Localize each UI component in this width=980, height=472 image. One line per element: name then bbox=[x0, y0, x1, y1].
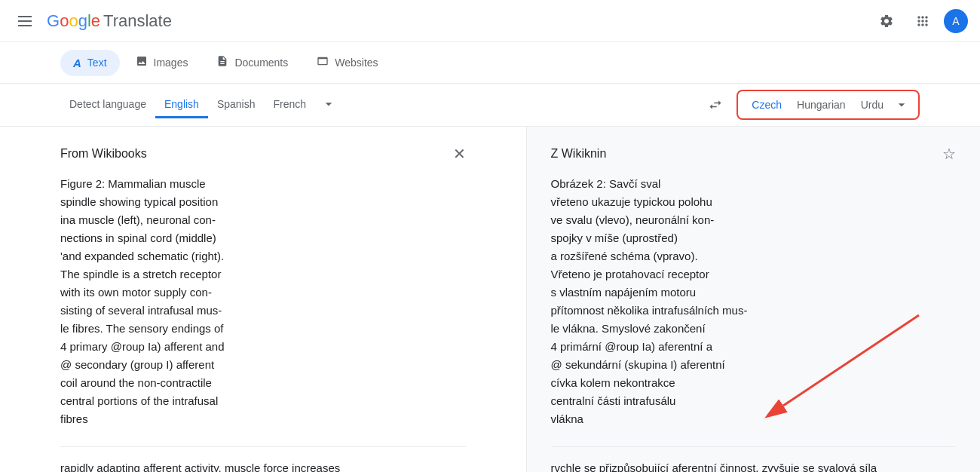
images-tab-icon bbox=[136, 55, 148, 70]
source-text-1[interactable]: Figure 2: Mammalian muscle spindle showi… bbox=[60, 175, 466, 428]
documents-tab-icon bbox=[216, 55, 228, 70]
source-separator bbox=[60, 446, 466, 447]
target-text-section-2: rychle se přizpůsobující aferentní činno… bbox=[551, 459, 957, 472]
header-left: Google Translate bbox=[12, 10, 172, 32]
target-text-2: rychle se přizpůsobující aferentní činno… bbox=[551, 459, 957, 472]
logo: Google Translate bbox=[47, 11, 172, 31]
target-panel-header: Z Wikiknin ☆ bbox=[551, 145, 957, 163]
tab-text-label: Text bbox=[87, 57, 107, 69]
source-text-section-1: Figure 2: Mammalian muscle spindle showi… bbox=[60, 175, 466, 428]
settings-button[interactable] bbox=[871, 6, 902, 36]
websites-tab-icon bbox=[317, 55, 329, 70]
target-text-section-1: Obrázek 2: Savčí sval vřeteno ukazuje ty… bbox=[551, 175, 957, 428]
bookmark-button[interactable]: ☆ bbox=[942, 145, 956, 163]
tab-documents[interactable]: Documents bbox=[204, 48, 301, 77]
more-source-langs-button[interactable] bbox=[315, 90, 342, 120]
close-source-button[interactable]: ✕ bbox=[453, 145, 466, 163]
panels-container: From Wikibooks ✕ Figure 2: Mammalian mus… bbox=[0, 126, 980, 472]
czech-option[interactable]: Czech bbox=[744, 94, 789, 115]
tab-websites-label: Websites bbox=[335, 57, 378, 69]
menu-button[interactable] bbox=[12, 10, 38, 32]
tab-images[interactable]: Images bbox=[123, 48, 201, 77]
text-tab-icon: A bbox=[73, 57, 81, 69]
hungarian-option[interactable]: Hungarian bbox=[789, 94, 853, 115]
spanish-option[interactable]: Spanish bbox=[208, 92, 265, 118]
header-right: A bbox=[871, 6, 968, 36]
tab-bar: A Text Images Documents Websites bbox=[0, 42, 980, 84]
source-language-panel: Detect language English Spanish French bbox=[60, 90, 694, 120]
more-target-langs-button[interactable] bbox=[891, 94, 912, 115]
source-panel-header: From Wikibooks ✕ bbox=[60, 145, 466, 163]
detect-language-option[interactable]: Detect language bbox=[60, 92, 155, 118]
swap-languages-button[interactable] bbox=[700, 90, 730, 120]
avatar[interactable]: A bbox=[944, 9, 968, 33]
target-text-1: Obrázek 2: Savčí sval vřeteno ukazuje ty… bbox=[551, 175, 957, 428]
tab-text[interactable]: A Text bbox=[60, 50, 120, 76]
tab-documents-label: Documents bbox=[234, 57, 288, 69]
header: Google Translate A bbox=[0, 0, 980, 42]
source-text-section-2: rapidly adapting afferent activity, musc… bbox=[60, 459, 466, 472]
tab-websites[interactable]: Websites bbox=[304, 48, 390, 77]
french-option[interactable]: French bbox=[264, 92, 315, 118]
google-wordmark: Google bbox=[47, 11, 100, 31]
target-language-panel: Czech Hungarian Urdu bbox=[737, 90, 920, 120]
source-panel-title: From Wikibooks bbox=[60, 147, 147, 161]
translate-wordmark: Translate bbox=[103, 11, 172, 31]
english-option[interactable]: English bbox=[155, 92, 208, 118]
language-selector-row: Detect language English Spanish French C… bbox=[0, 84, 980, 126]
target-panel-title: Z Wikiknin bbox=[551, 147, 607, 161]
source-panel: From Wikibooks ✕ Figure 2: Mammalian mus… bbox=[0, 127, 527, 472]
apps-button[interactable] bbox=[908, 6, 938, 36]
target-separator bbox=[551, 446, 957, 447]
target-panel: Z Wikiknin ☆ Obrázek 2: Savčí sval vřete… bbox=[527, 127, 981, 472]
urdu-option[interactable]: Urdu bbox=[853, 94, 891, 115]
source-text-2[interactable]: rapidly adapting afferent activity, musc… bbox=[60, 459, 466, 472]
tab-images-label: Images bbox=[154, 57, 188, 69]
